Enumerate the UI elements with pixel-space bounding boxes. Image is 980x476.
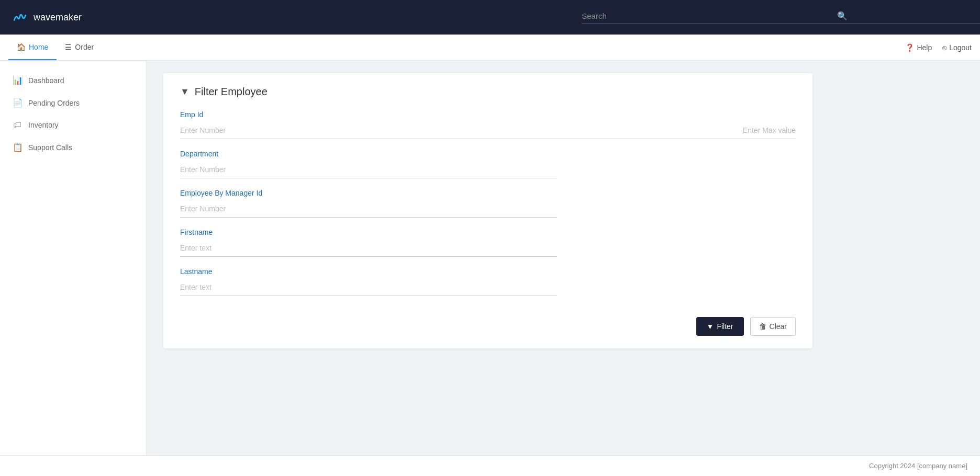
lastname-label: Lastname	[180, 267, 796, 276]
dashboard-icon: 📊	[13, 75, 22, 85]
search-bar: 🔍	[582, 11, 980, 24]
emp-id-label: Emp Id	[180, 110, 796, 119]
subnav: 🏠 Home ☰ Order ❓ Help ⎋ Logout	[0, 35, 980, 61]
sidebar: 📊 Dashboard 📄 Pending Orders 🏷 Inventory…	[0, 61, 147, 455]
filter-button[interactable]: ▼ Filter	[696, 317, 744, 336]
brand: wavemaker	[10, 8, 82, 27]
sidebar-item-dashboard[interactable]: 📊 Dashboard	[0, 69, 146, 92]
footer: Copyright 2024 [company name]	[0, 455, 980, 476]
sidebar-inventory-label: Inventory	[28, 121, 59, 129]
logout-link[interactable]: ⎋ Logout	[942, 43, 972, 52]
subnav-order-label: Order	[75, 43, 94, 51]
app-layout: 📊 Dashboard 📄 Pending Orders 🏷 Inventory…	[0, 61, 980, 455]
manager-id-input[interactable]	[180, 200, 557, 218]
firstname-label: Firstname	[180, 228, 796, 236]
sidebar-item-inventory[interactable]: 🏷 Inventory	[0, 114, 146, 136]
emp-id-row	[180, 122, 796, 139]
emp-id-min-input[interactable]	[180, 122, 488, 139]
firstname-section: Firstname	[180, 228, 796, 257]
filter-actions: ▼ Filter 🗑 Clear	[696, 317, 796, 336]
filter-card: ▼ Filter Employee Emp Id Department Empl…	[163, 73, 812, 348]
brand-name: wavemaker	[34, 12, 82, 23]
footer-text: Copyright 2024 [company name]	[869, 462, 967, 470]
manager-id-section: Employee By Manager Id	[180, 189, 796, 218]
department-input[interactable]	[180, 161, 557, 178]
sidebar-support-calls-label: Support Calls	[28, 143, 72, 152]
emp-id-max-input[interactable]	[488, 122, 796, 139]
sidebar-pending-orders-label: Pending Orders	[28, 99, 80, 107]
filter-header: ▼ Filter Employee	[180, 86, 796, 98]
lastname-section: Lastname	[180, 267, 796, 296]
inventory-icon: 🏷	[13, 120, 22, 130]
help-link[interactable]: ❓ Help	[905, 43, 932, 52]
subnav-right: ❓ Help ⎋ Logout	[905, 35, 972, 60]
subnav-order[interactable]: ☰ Order	[57, 35, 102, 60]
sidebar-item-pending-orders[interactable]: 📄 Pending Orders	[0, 92, 146, 114]
wavemaker-logo-icon	[10, 8, 29, 27]
help-label: Help	[917, 43, 932, 52]
firstname-input[interactable]	[180, 240, 557, 257]
lastname-input[interactable]	[180, 279, 557, 296]
subnav-home-label: Home	[29, 43, 48, 51]
clear-button[interactable]: 🗑 Clear	[750, 317, 796, 336]
search-icon-button[interactable]: 🔍	[837, 11, 848, 21]
filter-title: Filter Employee	[195, 86, 268, 98]
sidebar-dashboard-label: Dashboard	[28, 76, 64, 85]
order-icon: ☰	[65, 43, 72, 51]
filter-button-label: Filter	[717, 322, 733, 331]
navbar: wavemaker 🔍	[0, 0, 980, 35]
subnav-left: 🏠 Home ☰ Order	[8, 35, 102, 60]
department-section: Department	[180, 150, 796, 178]
filter-button-icon: ▼	[707, 322, 714, 331]
department-label: Department	[180, 150, 796, 158]
emp-id-section: Emp Id	[180, 110, 796, 139]
filter-header-icon: ▼	[180, 86, 190, 97]
support-calls-icon: 📋	[13, 142, 22, 152]
sidebar-item-support-calls[interactable]: 📋 Support Calls	[0, 136, 146, 158]
logout-icon: ⎋	[942, 43, 946, 52]
pending-orders-icon: 📄	[13, 98, 22, 108]
clear-button-label: Clear	[770, 322, 787, 331]
search-input[interactable]	[582, 12, 833, 20]
logout-label: Logout	[949, 43, 972, 52]
subnav-home[interactable]: 🏠 Home	[8, 35, 57, 60]
manager-id-label: Employee By Manager Id	[180, 189, 796, 197]
clear-button-icon: 🗑	[759, 322, 766, 331]
main-content: ▼ Filter Employee Emp Id Department Empl…	[147, 61, 980, 455]
home-icon: 🏠	[17, 43, 26, 51]
help-icon: ❓	[905, 43, 914, 52]
